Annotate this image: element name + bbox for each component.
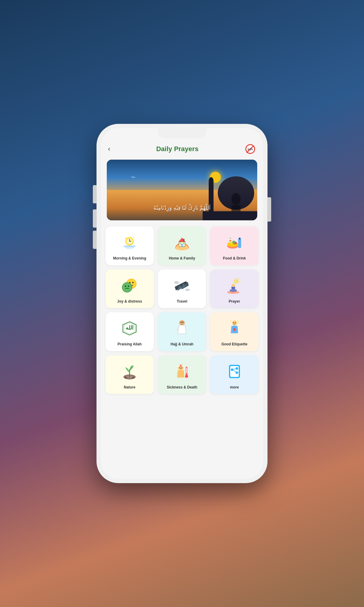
home-family-icon <box>171 232 193 253</box>
mosque-decoration <box>203 172 257 220</box>
arabic-text: اَللّٰهُمَّ بَارِكْ لَنَا فِيْهِ وَزِدْن… <box>107 205 257 211</box>
svg-rect-25 <box>239 238 241 239</box>
svg-text:الله: الله <box>126 325 133 331</box>
svg-point-36 <box>128 285 130 287</box>
svg-point-65 <box>185 375 188 378</box>
svg-line-53 <box>230 320 231 321</box>
svg-rect-67 <box>186 373 187 375</box>
joy-distress-label: Joy & distress <box>117 299 142 304</box>
category-hajj-umrah[interactable]: Hajj & Umrah <box>158 312 206 351</box>
sickness-death-label: Sickness & Death <box>167 385 197 390</box>
svg-point-60 <box>132 377 134 378</box>
svg-point-48 <box>180 323 181 324</box>
svg-point-50 <box>232 320 237 325</box>
good-etiquette-icon <box>224 318 245 339</box>
svg-marker-18 <box>178 238 186 242</box>
praising-allah-icon: الله <box>119 318 140 339</box>
category-food-drink[interactable]: Food & Drink <box>210 226 258 265</box>
svg-point-69 <box>181 366 182 367</box>
food-drink-label: Food & Drink <box>223 256 246 261</box>
svg-point-72 <box>231 368 233 371</box>
category-sickness-death[interactable]: Sickness & Death <box>158 355 206 394</box>
svg-point-5 <box>231 193 241 205</box>
svg-rect-20 <box>181 244 183 247</box>
svg-point-54 <box>233 322 234 323</box>
praising-allah-label: Praising Allah <box>118 342 142 347</box>
prayer-label: Prayer <box>229 299 240 304</box>
svg-point-45 <box>230 289 237 292</box>
svg-point-35 <box>125 285 126 287</box>
screen: ‹ Daily Prayers ads <box>101 128 263 479</box>
category-morning-evening[interactable]: Morning & Evening <box>106 226 154 265</box>
svg-point-59 <box>125 377 127 378</box>
category-good-etiquette[interactable]: Good Etiquette <box>210 312 258 351</box>
ads-button[interactable]: ads <box>244 143 256 155</box>
nature-icon <box>119 361 140 382</box>
banner-image: 〜 اَللّٰهُمَّ بَارِكْ لَنَا فِيْهِ وَزِد… <box>107 160 257 220</box>
svg-rect-22 <box>183 242 184 244</box>
joy-distress-icon <box>119 275 140 296</box>
hajj-umrah-label: Hajj & Umrah <box>170 342 193 347</box>
morning-evening-icon <box>119 232 140 253</box>
category-home-family[interactable]: Home & Family <box>158 226 206 265</box>
svg-point-29 <box>234 242 237 244</box>
svg-rect-3 <box>210 177 212 181</box>
svg-point-55 <box>235 322 236 323</box>
svg-line-52 <box>238 322 239 322</box>
more-label: more <box>230 385 239 390</box>
svg-point-16 <box>135 239 135 240</box>
category-joy-distress[interactable]: Joy & distress <box>106 270 154 308</box>
notch <box>158 128 206 138</box>
svg-point-14 <box>125 238 126 239</box>
svg-rect-21 <box>180 242 181 244</box>
category-prayer[interactable]: Prayer <box>210 270 258 308</box>
food-drink-icon <box>224 232 245 253</box>
svg-point-38 <box>185 289 190 291</box>
page-title: Daily Prayers <box>156 145 198 153</box>
morning-evening-label: Morning & Evening <box>113 256 146 261</box>
svg-point-15 <box>133 237 134 238</box>
home-family-label: Home & Family <box>169 256 195 261</box>
category-more[interactable]: more <box>210 355 258 394</box>
category-travel[interactable]: Travel <box>158 270 206 308</box>
nature-label: Nature <box>124 385 135 390</box>
category-praising-allah[interactable]: الله Praising Allah <box>106 312 154 351</box>
svg-point-30 <box>230 242 233 244</box>
svg-rect-4 <box>203 211 257 220</box>
svg-rect-23 <box>183 239 184 241</box>
category-grid: Morning & Evening <box>101 226 263 401</box>
svg-rect-24 <box>238 239 241 248</box>
svg-point-34 <box>122 283 132 292</box>
svg-line-51 <box>238 320 238 321</box>
svg-point-49 <box>182 323 183 324</box>
more-icon <box>224 361 245 382</box>
svg-point-73 <box>236 367 238 370</box>
sickness-death-icon <box>171 361 193 382</box>
svg-point-33 <box>132 282 134 283</box>
prayer-icon <box>224 275 245 296</box>
phone-frame: ‹ Daily Prayers ads <box>97 124 267 483</box>
travel-label: Travel <box>177 299 187 304</box>
hajj-umrah-icon <box>171 318 193 339</box>
svg-point-37 <box>174 281 179 284</box>
svg-point-39 <box>234 279 239 284</box>
back-button[interactable]: ‹ <box>108 145 110 153</box>
svg-point-68 <box>179 366 180 367</box>
category-nature[interactable]: Nature <box>106 355 154 394</box>
svg-line-41 <box>239 278 239 279</box>
good-etiquette-label: Good Etiquette <box>221 342 248 347</box>
travel-icon <box>171 275 193 296</box>
